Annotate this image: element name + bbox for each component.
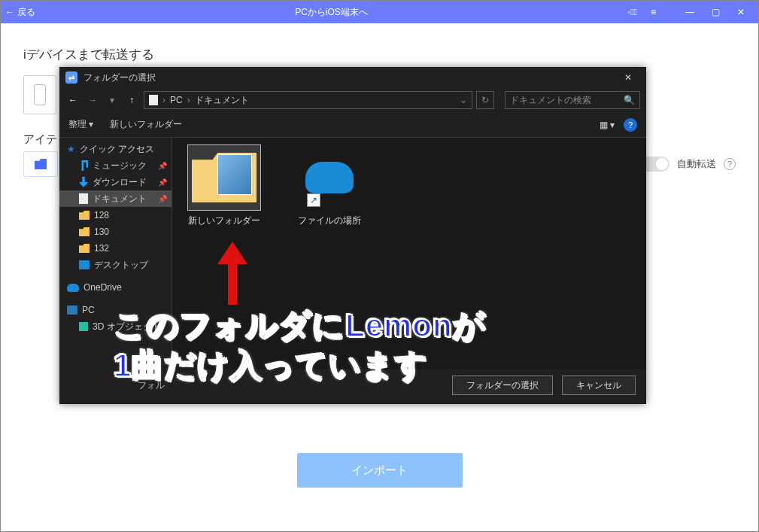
pc-icon — [67, 306, 77, 315]
tile-new-folder[interactable]: 新しいフォルダー — [183, 145, 266, 227]
view-mode-button[interactable]: ▦ ▾ — [600, 120, 615, 130]
tree-folder-132[interactable]: 132 — [59, 240, 172, 257]
dialog-title: フォルダーの選択 — [83, 71, 156, 84]
folder-icon — [35, 159, 47, 169]
nav-up-icon[interactable]: ↑ — [124, 95, 139, 105]
address-bar[interactable]: › PC › ドキュメント ⌄ — [144, 91, 472, 109]
tree-onedrive[interactable]: OneDrive — [59, 279, 172, 296]
nav-back-icon[interactable]: ← — [65, 95, 80, 105]
tree-folder-128[interactable]: 128 — [59, 207, 172, 223]
star-icon: ★ — [67, 144, 75, 154]
folder-field-label: フォル — [138, 379, 165, 392]
folder-icon — [79, 211, 90, 220]
folder-icon — [79, 227, 90, 236]
import-button[interactable]: インポート — [297, 453, 463, 488]
tree-music[interactable]: ミュージック📌 — [59, 157, 172, 174]
tree-folder-130[interactable]: 130 — [59, 223, 172, 240]
shortcut-icon: ↗ — [307, 193, 320, 207]
header-actions: ◦̲⃝ ≡ — ▢ ✕ — [627, 1, 754, 23]
close-button[interactable]: ✕ — [728, 1, 754, 23]
music-icon — [79, 160, 88, 171]
pin-icon: 📌 — [158, 162, 167, 170]
chevron-right-icon: › — [187, 95, 190, 105]
onedrive-icon — [305, 162, 354, 193]
onedrive-icon — [67, 284, 79, 292]
monitor-icon — [79, 260, 90, 269]
breadcrumb-current[interactable]: ドキュメント — [195, 94, 249, 107]
app-header: ← 戻る PCからiOS端末へ ◦̲⃝ ≡ — ▢ ✕ — [1, 1, 758, 23]
tree-pc[interactable]: PC — [59, 302, 172, 318]
search-icon: 🔍 — [624, 95, 635, 105]
maximize-button[interactable]: ▢ — [703, 1, 728, 23]
breadcrumb-root[interactable]: PC — [170, 95, 183, 105]
back-button[interactable]: ← 戻る — [5, 6, 35, 19]
organize-menu[interactable]: 整理 ▾ — [68, 118, 93, 131]
minimize-button[interactable]: — — [677, 1, 703, 23]
back-label: 戻る — [17, 6, 35, 19]
pin-icon: 📌 — [158, 195, 167, 203]
folder-dialog: ⇄ フォルダーの選択 ✕ ← → ▾ ↑ › PC › ドキュメント ⌄ ↻ ド… — [59, 67, 646, 404]
add-folder-button[interactable] — [23, 151, 58, 177]
pin-icon: 📌 — [158, 178, 167, 187]
cancel-button[interactable]: キャンセル — [562, 375, 636, 395]
chevron-right-icon: › — [162, 95, 165, 105]
dialog-app-icon: ⇄ — [65, 71, 77, 84]
nav-forward-icon[interactable]: → — [85, 95, 100, 105]
chevron-down-icon[interactable]: ⌄ — [460, 95, 467, 105]
tree-desktop[interactable]: デスクトップ — [59, 257, 172, 273]
tree-3d-objects[interactable]: 3D オブジェクト — [59, 318, 172, 335]
folder-icon — [79, 244, 90, 253]
section-title: iデバイスまで転送する — [23, 46, 736, 63]
dialog-close-button[interactable]: ✕ — [616, 67, 640, 88]
help-icon[interactable]: ? — [724, 158, 736, 170]
tile-label: ファイルの場所 — [288, 214, 371, 227]
folder-icon — [192, 153, 257, 202]
refresh-button[interactable]: ↻ — [476, 91, 494, 109]
doc-icon — [79, 193, 88, 204]
dialog-help-icon[interactable]: ? — [624, 118, 637, 132]
tile-file-location[interactable]: ↗ ファイルの場所 — [288, 145, 371, 227]
download-icon — [79, 177, 88, 187]
tree-quick-access[interactable]: ★クイック アクセス — [59, 141, 172, 157]
nav-dropdown-icon[interactable]: ▾ — [105, 95, 120, 105]
auto-transfer-label: 自動転送 — [677, 157, 716, 171]
doc-icon — [149, 95, 158, 105]
nav-tree: ★クイック アクセス ミュージック📌 ダウンロード📌 ドキュメント📌 128 1… — [59, 138, 172, 369]
chevron-left-icon: ← — [5, 7, 14, 17]
app-title: PCからiOS端末へ — [35, 6, 627, 19]
tile-label: 新しいフォルダー — [183, 214, 266, 227]
file-area[interactable]: 新しいフォルダー ↗ ファイルの場所 — [172, 138, 646, 369]
user-icon[interactable]: ◦̲⃝ — [627, 7, 637, 17]
device-thumbnail[interactable] — [23, 75, 56, 114]
select-folder-button[interactable]: フォルダーの選択 — [452, 375, 553, 395]
search-input[interactable]: ドキュメントの検索 🔍 — [505, 91, 640, 109]
tree-documents[interactable]: ドキュメント📌 — [59, 190, 172, 207]
new-folder-button[interactable]: 新しいフォルダー — [110, 118, 182, 131]
cube-icon — [79, 322, 88, 331]
tree-downloads[interactable]: ダウンロード📌 — [59, 174, 172, 190]
menu-icon[interactable]: ≡ — [651, 7, 656, 17]
search-placeholder: ドキュメントの検索 — [510, 94, 591, 107]
